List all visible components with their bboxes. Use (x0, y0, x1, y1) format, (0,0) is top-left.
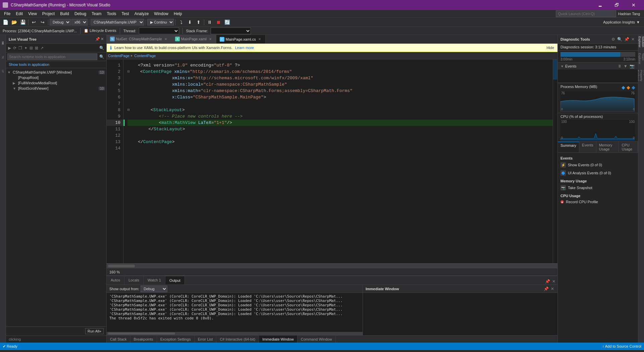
window-tab-csinteractive[interactable]: C# Interactive (64-bit) (216, 336, 259, 343)
info-learn-more-link[interactable]: Learn more (235, 46, 254, 50)
immediate-content[interactable] (363, 293, 557, 335)
fold-arrow-2[interactable]: ⊟ (127, 69, 130, 75)
tab-output[interactable]: Output (165, 276, 185, 284)
diag-take-snapshot[interactable]: 📷 Take Snapshot (558, 184, 638, 192)
redo-btn[interactable]: ↪ (39, 18, 47, 26)
lvt-snapshot-btn[interactable]: ❐ (18, 46, 23, 50)
lvt-search-go-btn[interactable]: 🔍 (99, 54, 105, 59)
lvt-navigate-btn[interactable]: ↗ (40, 46, 44, 50)
restore-button[interactable]: 🗗 (609, 0, 625, 10)
memory-filter-total[interactable]: ◆ (632, 85, 635, 90)
window-tab-callstack[interactable]: Call Stack (107, 336, 130, 343)
team-explorer-vtab[interactable]: Team Explorer (639, 53, 644, 70)
lvt-refresh-btn[interactable]: ⟳ (12, 46, 17, 50)
step-over-btn[interactable]: ⤵ (177, 18, 185, 26)
window-tab-breakpoints[interactable]: Breakpoints (130, 336, 157, 343)
live-property-icon[interactable]: LP (0, 64, 6, 78)
output-scrollbar[interactable] (107, 332, 363, 335)
lvt-grid-btn[interactable]: ⊞ (29, 46, 34, 50)
menu-build[interactable]: Build (57, 10, 72, 17)
window-tab-command[interactable]: Command Window (298, 336, 336, 343)
menu-help[interactable]: Help (171, 10, 185, 17)
open-file-btn[interactable]: 📂 (10, 18, 18, 26)
lvt-close-btn[interactable]: ✕ (101, 37, 104, 41)
tree-item-fullwindow[interactable]: ▶ [FullWindowMediaRoot] (6, 80, 106, 86)
diag-close-btn[interactable]: ✕ (631, 37, 635, 42)
diag-settings-btn[interactable]: ⚙ (611, 37, 616, 42)
diag-show-events[interactable]: ⚡ Show Events (0 of 0) (558, 161, 638, 169)
path-left[interactable]: ContentPage (108, 54, 129, 58)
lvt-adorner-btn[interactable]: ⊠ (34, 46, 39, 50)
tab-close-cs[interactable]: ✕ (257, 37, 262, 42)
menu-view[interactable]: View (25, 10, 40, 17)
output-pin-btn[interactable]: 📌 (544, 279, 551, 284)
output-scrollbar-thumb[interactable] (108, 333, 175, 335)
tab-xaml[interactable]: X MainPage.xaml ✕ (172, 35, 216, 43)
output-source-select[interactable]: Debug (141, 285, 167, 292)
memory-filter-managed[interactable]: ◆ (622, 85, 625, 90)
tab-close-xaml[interactable]: ✕ (208, 37, 213, 41)
events-pause-btn[interactable]: ⏸ (617, 64, 622, 69)
step-out-btn[interactable]: ⬆ (195, 18, 203, 26)
immediate-pin-btn[interactable]: 📌 (543, 287, 549, 291)
events-camera-btn[interactable]: 📷 (629, 64, 635, 69)
window-tab-exceptions[interactable]: Exception Settings (157, 336, 195, 343)
immediate-close-btn[interactable]: ✕ (550, 287, 555, 291)
output-close-btn[interactable]: ✕ (551, 279, 556, 284)
minimize-button[interactable]: 🗕 (592, 0, 608, 10)
break-btn[interactable]: ⏸ (206, 18, 214, 26)
diag-tab-cpu[interactable]: CPU Usage (619, 142, 638, 152)
diag-record-cpu[interactable]: ● Record CPU Profile (558, 199, 638, 205)
diag-ui-events[interactable]: 🔷 UI Analysis Events (0 of 0) (558, 169, 638, 177)
quick-launch-input[interactable] (556, 10, 616, 17)
thread-select[interactable] (139, 28, 179, 34)
solution-explorer-vtab[interactable]: Solution Explorer (639, 36, 644, 53)
lvt-pin-btn[interactable]: 📌 (95, 37, 100, 41)
save-btn[interactable]: 💾 (19, 18, 27, 26)
solution-config-select[interactable]: Debug (50, 19, 71, 26)
lifecycle-btn[interactable]: 📋 Lifecycle Events (84, 29, 116, 33)
lvt-select-element-btn[interactable]: ▶ (7, 46, 12, 50)
tree-item-root[interactable]: ▼ CSharpMathSample.UWP [Window] 13 (6, 70, 106, 75)
stop-btn[interactable]: ⏹ (214, 18, 222, 26)
editor-scrollbar-thumb[interactable] (108, 265, 135, 267)
menu-window[interactable]: Window (151, 10, 171, 17)
menu-debug[interactable]: Debug (72, 10, 89, 17)
run-all-btn[interactable]: Run All» (85, 328, 104, 334)
restart-btn[interactable]: 🔄 (223, 18, 231, 26)
info-hide-link[interactable]: Hide (546, 46, 554, 50)
lvt-track-btn[interactable]: ✦ (23, 46, 28, 50)
diag-search-btn[interactable]: 🔍 (616, 37, 623, 42)
tab-locals[interactable]: Locals (124, 276, 144, 284)
editor-horizontal-scrollbar[interactable] (107, 263, 557, 268)
tab-cs[interactable]: C MainPage.xaml.cs ✕ (216, 35, 266, 43)
tab-close-nuget[interactable]: ✕ (163, 37, 168, 41)
solution-explorer-icon[interactable]: SE (0, 36, 6, 50)
events-filter-btn[interactable]: ▼ (623, 64, 628, 69)
tree-item-popup[interactable]: [PopupRoot] (6, 75, 106, 80)
menu-test[interactable]: Test (119, 10, 132, 17)
window-tab-immediate[interactable]: Immediate Window (259, 336, 298, 343)
fold-arrow-8[interactable]: ⊟ (127, 107, 130, 113)
menu-analyze[interactable]: Analyze (132, 10, 152, 17)
menu-tools[interactable]: Tools (104, 10, 119, 17)
memory-filter-native[interactable]: ◆ (627, 85, 630, 90)
menu-edit[interactable]: Edit (13, 10, 25, 17)
project-select[interactable]: CSharpMathSample.UWP (Univers...) (91, 19, 144, 26)
tab-autos[interactable]: Autos (107, 276, 124, 284)
window-tab-errorlist[interactable]: Error List (195, 336, 217, 343)
tree-item-scroll[interactable]: ▼ [RootScrollViewer] 10 (6, 86, 106, 91)
menu-project[interactable]: Project (40, 10, 57, 17)
platform-select[interactable]: x86 (71, 19, 88, 26)
app-insights-chevron[interactable]: ▼ (636, 20, 640, 24)
close-button[interactable]: ✕ (626, 0, 641, 10)
diag-tab-memory[interactable]: Memory Usage (596, 142, 619, 152)
team-explorer-icon[interactable]: TE (0, 50, 6, 64)
live-property-vtab[interactable]: Live Property Explorer (639, 70, 644, 87)
lvt-search-input[interactable] (7, 53, 97, 60)
step-into-btn[interactable]: ⬇ (186, 18, 194, 26)
tab-watch1[interactable]: Watch 1 (144, 276, 165, 284)
menu-team[interactable]: Team (89, 10, 104, 17)
code-editor[interactable]: 1 2 3 4 5 6 7 8 9 10 11 12 13 14 (107, 59, 557, 263)
lvt-show-tools-link[interactable]: Show tools in application (6, 61, 106, 68)
